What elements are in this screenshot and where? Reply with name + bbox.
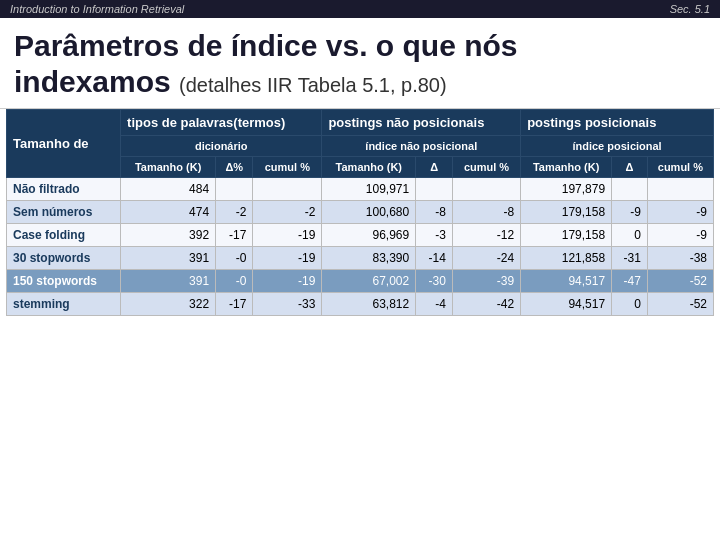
row-cell: 109,971	[322, 178, 416, 201]
col-cumul-1: cumul %	[253, 157, 322, 178]
row-cell: 391	[121, 247, 216, 270]
row-cell	[253, 178, 322, 201]
col-postings-pos: postings posicionais	[521, 110, 714, 136]
row-cell: 63,812	[322, 293, 416, 316]
row-label: 150 stopwords	[7, 270, 121, 293]
row-cell: -24	[452, 247, 520, 270]
row-cell: 83,390	[322, 247, 416, 270]
row-cell: -39	[452, 270, 520, 293]
row-cell: -2	[216, 201, 253, 224]
col-cumul-3: cumul %	[647, 157, 713, 178]
page-header: Introduction to Information Retrieval Se…	[0, 0, 720, 18]
row-cell: -52	[647, 270, 713, 293]
row-cell: 392	[121, 224, 216, 247]
table-row: Não filtrado484109,971197,879	[7, 178, 714, 201]
row-cell: 179,158	[521, 201, 612, 224]
row-cell: 0	[612, 224, 648, 247]
row-cell: -42	[452, 293, 520, 316]
row-cell	[647, 178, 713, 201]
row-cell: -8	[416, 201, 453, 224]
table-row: 150 stopwords391-0-1967,002-30-3994,517-…	[7, 270, 714, 293]
course-title: Introduction to Information Retrieval	[10, 3, 184, 15]
col-dicionario: dicionário	[121, 136, 322, 157]
row-cell	[216, 178, 253, 201]
row-cell: 0	[612, 293, 648, 316]
row-cell: -12	[452, 224, 520, 247]
row-cell: -14	[416, 247, 453, 270]
row-cell: 391	[121, 270, 216, 293]
col-delta-2: Δ	[416, 157, 453, 178]
row-cell	[612, 178, 648, 201]
row-cell: -31	[612, 247, 648, 270]
row-cell: -17	[216, 293, 253, 316]
row-label: Sem números	[7, 201, 121, 224]
col-postings-nao: postings não posicionais	[322, 110, 521, 136]
section-label: Sec. 5.1	[670, 3, 710, 15]
row-cell: -47	[612, 270, 648, 293]
row-cell: -3	[416, 224, 453, 247]
row-cell: -9	[647, 224, 713, 247]
row-label: 30 stopwords	[7, 247, 121, 270]
col-tam-k-2: Tamanho (K)	[322, 157, 416, 178]
row-cell: -0	[216, 270, 253, 293]
row-cell	[452, 178, 520, 201]
page-title: Parâmetros de índice vs. o que nós index…	[14, 28, 706, 100]
row-cell: -19	[253, 224, 322, 247]
col-delta-3: Δ	[612, 157, 648, 178]
col-indice-pos: índice posicional	[521, 136, 714, 157]
row-cell: -2	[253, 201, 322, 224]
table-row: stemming322-17-3363,812-4-4294,5170-52	[7, 293, 714, 316]
row-cell	[416, 178, 453, 201]
row-cell: 322	[121, 293, 216, 316]
col-tam-k-3: Tamanho (K)	[521, 157, 612, 178]
row-cell: 100,680	[322, 201, 416, 224]
row-label: Não filtrado	[7, 178, 121, 201]
table-row: 30 stopwords391-0-1983,390-14-24121,858-…	[7, 247, 714, 270]
row-cell: -30	[416, 270, 453, 293]
row-cell: -0	[216, 247, 253, 270]
row-label: Case folding	[7, 224, 121, 247]
row-cell: -9	[612, 201, 648, 224]
table-row: Case folding392-17-1996,969-3-12179,1580…	[7, 224, 714, 247]
row-label: stemming	[7, 293, 121, 316]
row-cell: 67,002	[322, 270, 416, 293]
col-indice-nao: índice não posicional	[322, 136, 521, 157]
row-cell: 179,158	[521, 224, 612, 247]
index-table: Tamanho de tipos de palavras(termos) pos…	[6, 109, 714, 316]
row-cell: 94,517	[521, 293, 612, 316]
row-cell: 94,517	[521, 270, 612, 293]
col-tam-k-1: Tamanho (K)	[121, 157, 216, 178]
table-body: Não filtrado484109,971197,879Sem números…	[7, 178, 714, 316]
row-cell: -4	[416, 293, 453, 316]
row-cell: -38	[647, 247, 713, 270]
row-cell: -17	[216, 224, 253, 247]
row-cell: -8	[452, 201, 520, 224]
table-container: Tamanho de tipos de palavras(termos) pos…	[0, 109, 720, 316]
row-cell: 484	[121, 178, 216, 201]
col-tamanho: Tamanho de	[7, 110, 121, 178]
row-cell: 474	[121, 201, 216, 224]
table-row: Sem números474-2-2100,680-8-8179,158-9-9	[7, 201, 714, 224]
row-cell: -52	[647, 293, 713, 316]
title-area: Parâmetros de índice vs. o que nós index…	[0, 18, 720, 109]
col-tipos: tipos de palavras(termos)	[121, 110, 322, 136]
header-row-1: Tamanho de tipos de palavras(termos) pos…	[7, 110, 714, 136]
row-cell: 96,969	[322, 224, 416, 247]
row-cell: -9	[647, 201, 713, 224]
row-cell: -33	[253, 293, 322, 316]
row-cell: 121,858	[521, 247, 612, 270]
row-cell: 197,879	[521, 178, 612, 201]
row-cell: -19	[253, 270, 322, 293]
row-cell: -19	[253, 247, 322, 270]
col-cumul-2: cumul %	[452, 157, 520, 178]
col-delta-1: Δ%	[216, 157, 253, 178]
